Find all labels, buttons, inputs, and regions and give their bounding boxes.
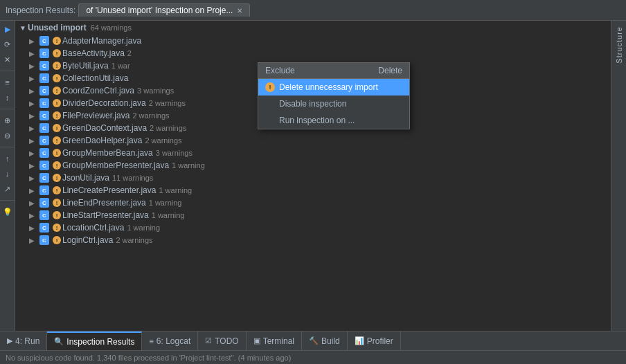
run-icon[interactable]: ▶ — [2, 24, 13, 35]
filter-icon[interactable]: ≡ — [2, 77, 13, 88]
tree-item[interactable]: ▶ C ! LocationCtrl.java 1 warning — [15, 221, 611, 234]
warning-icon: ! — [53, 37, 61, 45]
java-class-icon: C — [39, 185, 49, 195]
java-class-icon: C — [39, 223, 49, 233]
active-tab[interactable]: of 'Unused import' Inspection on Proje..… — [78, 3, 250, 17]
tree-item[interactable]: ▶ C ! GreenDaoHelper.java 2 warnings — [15, 134, 611, 147]
bottom-tab-build[interactable]: 🔨 Build — [302, 331, 348, 350]
item-expand-arrow: ▶ — [29, 87, 37, 95]
warning-count: 11 warnings — [112, 174, 153, 182]
tab-icon-run: ▶ — [7, 336, 12, 345]
java-class-icon: C — [39, 235, 49, 245]
tab-close-button[interactable]: ✕ — [237, 7, 242, 15]
tab-icon-build: 🔨 — [309, 336, 319, 345]
bottom-tab-logcat[interactable]: ≡ 6: Logcat — [142, 331, 198, 350]
warning-count: 2 warnings — [145, 136, 181, 145]
warning-icon: ! — [53, 74, 61, 82]
warning-icon: ! — [53, 211, 61, 219]
warning-icon: ! — [53, 149, 61, 157]
status-bar: No suspicious code found. 1,340 files pr… — [0, 350, 626, 364]
warning-icon: ! — [53, 236, 61, 244]
java-class-icon: C — [39, 136, 49, 145]
menu-item-label: Delete unnecessary import — [279, 82, 378, 92]
group-header[interactable]: ▼ Unused import 64 warnings — [15, 21, 611, 35]
java-class-icon: C — [39, 173, 49, 183]
java-class-icon: C — [39, 98, 49, 108]
java-class-icon: C — [39, 123, 49, 133]
context-menu-header: Exclude Delete — [258, 63, 409, 79]
java-class-icon: C — [39, 73, 49, 83]
item-expand-arrow: ▶ — [29, 125, 37, 132]
item-expand-arrow: ▶ — [29, 224, 37, 232]
tab-icon-terminal: ▣ — [253, 336, 260, 345]
warning-icon: ! — [53, 174, 61, 182]
context-menu-items: !Delete unnecessary importDisable inspec… — [258, 79, 409, 129]
java-class-icon: C — [39, 161, 49, 170]
divider4 — [0, 200, 15, 201]
bottom-tabs: ▶ 4: Run 🔍 Inspection Results ≡ 6: Logca… — [0, 331, 626, 350]
close-x-icon[interactable]: ✕ — [2, 54, 13, 65]
tab-label-run: 4: Run — [15, 336, 39, 346]
down-arrow-icon[interactable]: ↓ — [2, 168, 13, 179]
warning-icon: ! — [53, 199, 61, 207]
file-name: CoordZoneCtrl.java — [62, 86, 134, 95]
bottom-tab-terminal[interactable]: ▣ Terminal — [247, 331, 302, 350]
bottom-tab-run[interactable]: ▶ 4: Run — [0, 331, 47, 350]
tab-icon-inspection: 🔍 — [54, 337, 64, 346]
warning-icon: ! — [53, 49, 61, 57]
file-name: LocationCtrl.java — [62, 223, 124, 233]
up-arrow-icon[interactable]: ↑ — [2, 153, 13, 164]
sort-icon[interactable]: ↕ — [2, 92, 13, 103]
warning-count: 2 warnings — [150, 124, 186, 132]
tree-item[interactable]: ▶ C ! LoginCtrl.java 2 warnings — [15, 234, 611, 246]
item-expand-arrow: ▶ — [29, 50, 37, 57]
tab-label-logcat: 6: Logcat — [156, 336, 190, 346]
tab-label-todo: TODO — [215, 336, 238, 346]
context-menu-item-disable-inspection[interactable]: Disable inspection — [258, 95, 409, 112]
tree-item[interactable]: ▶ C ! JsonUtil.java 11 warnings — [15, 172, 611, 184]
file-name: LineStartPresenter.java — [62, 210, 149, 220]
tree-item[interactable]: ▶ C ! LineCreatePresenter.java 1 warning — [15, 184, 611, 197]
tree-item[interactable]: ▶ C ! AdapterManager.java — [15, 35, 611, 47]
exclude-button[interactable]: Exclude — [265, 66, 295, 75]
tree-item[interactable]: ▶ C ! BaseActivity.java 2 — [15, 47, 611, 60]
item-expand-arrow: ▶ — [29, 62, 37, 70]
bottom-tab-inspection[interactable]: 🔍 Inspection Results — [47, 331, 142, 350]
collapse-icon[interactable]: ⊖ — [2, 130, 13, 141]
tree-item[interactable]: ▶ C ! GroupMemberBean.java 3 warnings — [15, 147, 611, 159]
group-expand-arrow: ▼ — [19, 24, 28, 32]
context-menu-item-run-inspection[interactable]: Run inspection on ... — [258, 112, 409, 129]
bulb-icon[interactable]: 💡 — [2, 206, 13, 217]
warning-icon: ! — [53, 99, 61, 107]
item-expand-arrow: ▶ — [29, 75, 37, 82]
divider2 — [0, 109, 15, 109]
context-menu: Exclude Delete !Delete unnecessary impor… — [258, 62, 410, 129]
warning-icon: ! — [53, 62, 61, 70]
warning-icon: ! — [53, 87, 61, 95]
bottom-tab-profiler[interactable]: 📊 Profiler — [348, 331, 401, 350]
item-expand-arrow: ▶ — [29, 149, 37, 157]
tab-icon-logcat: ≡ — [149, 337, 153, 345]
file-name: GroupMemberBean.java — [62, 148, 153, 158]
warning-count: 1 warning — [152, 211, 185, 219]
bottom-tab-todo[interactable]: ☑ TODO — [198, 331, 246, 350]
inspection-tree[interactable]: ▼ Unused import 64 warnings ▶ C ! Adapte… — [15, 21, 611, 331]
warning-icon: ! — [53, 124, 61, 132]
export-icon[interactable]: ↗ — [2, 183, 13, 194]
tab-title: of 'Unused import' Inspection on Proje..… — [86, 6, 233, 15]
item-expand-arrow: ▶ — [29, 100, 37, 107]
file-name: CollectionUtil.java — [62, 73, 128, 83]
rerun-icon[interactable]: ⟳ — [2, 39, 13, 50]
right-structure-panel: Structure — [611, 21, 626, 331]
tree-item[interactable]: ▶ C ! LineEndPresenter.java 1 warning — [15, 197, 611, 209]
java-class-icon: C — [39, 210, 49, 220]
tree-item[interactable]: ▶ C ! GroupMemberPresenter.java 1 warnin… — [15, 159, 611, 172]
warning-count: 3 warnings — [137, 87, 174, 95]
expand-icon[interactable]: ⊕ — [2, 115, 13, 126]
delete-button[interactable]: Delete — [378, 66, 402, 75]
warning-count: 1 warning — [127, 224, 160, 232]
warning-count: 2 warnings — [149, 99, 186, 107]
context-menu-item-delete-import[interactable]: !Delete unnecessary import — [258, 79, 409, 95]
tree-item[interactable]: ▶ C ! LineStartPresenter.java 1 warning — [15, 209, 611, 221]
structure-label: Structure — [615, 26, 623, 64]
